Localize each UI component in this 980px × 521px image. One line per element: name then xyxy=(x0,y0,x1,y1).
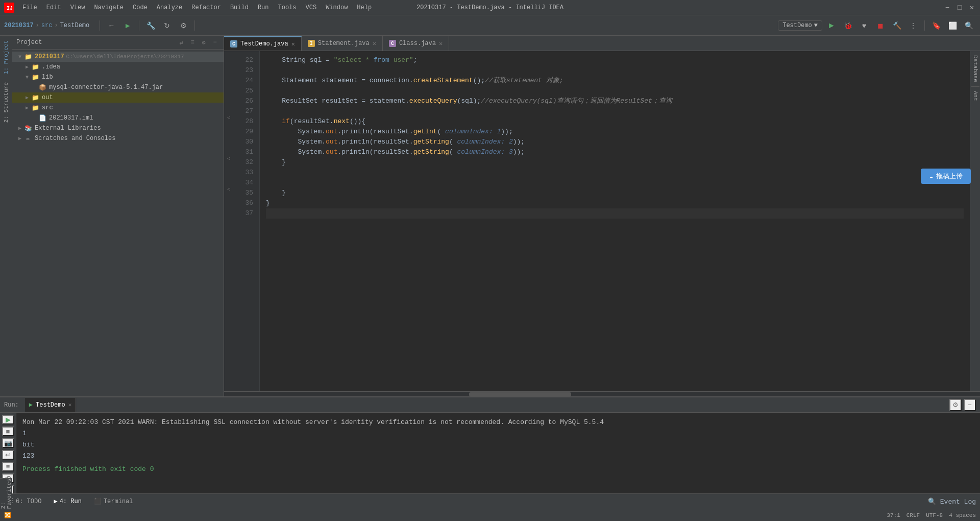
tab-testdemo[interactable]: C TestDemo.java ✕ xyxy=(224,36,302,51)
sidebar-item-favorites[interactable]: 2: Favorites xyxy=(0,479,12,509)
breadcrumb-project[interactable]: 20210317 xyxy=(4,22,34,29)
settings-button[interactable]: ⚙ xyxy=(176,18,190,33)
menu-item-code[interactable]: Code xyxy=(129,3,152,12)
tree-item-idea[interactable]: ▶ 📁 .idea xyxy=(12,62,224,72)
sidebar-item-structure[interactable]: 2: Structure xyxy=(2,78,10,127)
menu-item-help[interactable]: Help xyxy=(353,3,376,12)
encoding[interactable]: UTF-8 xyxy=(926,512,943,518)
coverage-button[interactable]: ♥ xyxy=(857,18,871,33)
run-screenshot-button[interactable]: 📷 xyxy=(2,438,14,448)
tab-close-testdemo[interactable]: ✕ xyxy=(291,40,295,48)
event-log-btn[interactable]: 🔍 Event Log xyxy=(928,498,976,506)
expand-button[interactable]: ⬜ xyxy=(945,18,960,33)
fold-icon[interactable]: ◁ xyxy=(227,114,230,121)
fold-icon[interactable]: ◁ xyxy=(227,155,230,161)
close-button[interactable]: ✕ xyxy=(968,4,976,12)
menu-item-tools[interactable]: Tools xyxy=(274,3,301,12)
tree-item-lib[interactable]: ▼ 📁 lib xyxy=(12,72,224,82)
run-button[interactable]: ► xyxy=(824,18,839,33)
search-everywhere-button[interactable]: 🔍 xyxy=(962,18,976,33)
menu-item-vcs[interactable]: VCS xyxy=(302,3,321,12)
build-project-button[interactable]: 🔨 xyxy=(890,18,904,33)
tree-item-iml[interactable]: ▶ 📄 20210317.iml xyxy=(12,113,224,123)
run-label: Run: xyxy=(4,401,19,409)
breadcrumb-file[interactable]: TestDemo xyxy=(60,22,90,29)
cursor-position[interactable]: 37:1 xyxy=(887,512,900,518)
tree-item-scratches[interactable]: ▶ ✏️ Scratches and Consoles xyxy=(12,133,224,144)
project-minimize-button[interactable]: − xyxy=(210,38,219,47)
menu-item-navigate[interactable]: Navigate xyxy=(90,3,128,12)
tree-item-jar[interactable]: ▶ 📦 mysql-connector-java-5.1.47.jar xyxy=(12,82,224,92)
line-number: 29 xyxy=(233,127,259,137)
back-button[interactable]: ← xyxy=(104,18,118,33)
menu-item-file[interactable]: File xyxy=(18,3,41,12)
menu-item-view[interactable]: View xyxy=(66,3,89,12)
tab-close-class[interactable]: ✕ xyxy=(439,40,443,48)
horizontal-scrollbar[interactable] xyxy=(224,391,980,396)
output-line-bit: bit xyxy=(22,439,974,451)
tree-item-project-root[interactable]: ▼ 📁 20210317 C:\Users\dell\IdeaProjects\… xyxy=(12,52,224,62)
indent-info[interactable]: 4 spaces xyxy=(949,512,976,518)
tab-class[interactable]: C Class.java ✕ xyxy=(383,36,449,51)
terminal-tab[interactable]: ⬛ Terminal xyxy=(90,496,137,506)
menu-item-build[interactable]: Build xyxy=(226,3,253,12)
forward-button[interactable]: ► xyxy=(120,18,135,33)
tab-close-statement[interactable]: ✕ xyxy=(373,40,376,48)
terminal-icon: ⬛ xyxy=(94,498,102,505)
minimize-button[interactable]: − xyxy=(943,4,951,12)
run-tab-label: TestDemo xyxy=(36,401,65,409)
tree-item-out[interactable]: ▶ 📁 out xyxy=(12,92,224,103)
tab-label-class: Class.java xyxy=(399,40,436,47)
fold-icon[interactable]: ◁ xyxy=(227,186,230,192)
line-ending[interactable]: CRLF xyxy=(906,512,920,518)
stop-button[interactable]: ◼ xyxy=(873,18,888,33)
run-stop-button[interactable]: ■ xyxy=(2,427,14,436)
code-editor: ◁ ◁ ◁ 22 23 24 25 26 27 28 29 xyxy=(224,51,980,391)
menu-item-window[interactable]: Window xyxy=(322,3,352,12)
menu-item-edit[interactable]: Edit xyxy=(42,3,65,12)
project-compact-button[interactable]: ≡ xyxy=(188,38,197,47)
run-minimize-button[interactable]: − xyxy=(964,399,976,411)
breadcrumb-src[interactable]: src xyxy=(41,22,53,29)
code-content[interactable]: String sql = "select * from user"; State… xyxy=(260,51,970,391)
sidebar-item-ant[interactable]: Ant xyxy=(971,87,979,105)
upload-float-button[interactable]: ☁ 拖稿上传 xyxy=(921,169,971,184)
sidebar-item-project[interactable]: 1: Project xyxy=(2,36,10,78)
line-number: 34 xyxy=(233,178,259,188)
run-settings-button[interactable]: ⚙ xyxy=(949,399,962,411)
project-panel: Project ⇄ ≡ ⚙ − ▼ 📁 20210317 C:\Users\de… xyxy=(12,36,224,396)
run-rerun-button[interactable]: ↩ xyxy=(2,450,14,460)
build-button[interactable]: 🔧 xyxy=(143,18,158,33)
menu-item-refactor[interactable]: Refactor xyxy=(187,3,225,12)
output-line-123: 123 xyxy=(22,451,974,462)
run-tab-bottom[interactable]: ▶ 4: Run xyxy=(50,496,85,506)
tree-item-external[interactable]: ▶ 📚 External Libraries xyxy=(12,123,224,133)
jar-icon: 📦 xyxy=(38,83,47,91)
maximize-button[interactable]: □ xyxy=(955,4,964,12)
project-settings-button[interactable]: ⚙ xyxy=(199,38,208,47)
run-config-selector[interactable]: TestDemo ▼ xyxy=(778,20,822,31)
run-panel-controls: ⚙ − xyxy=(949,399,976,411)
window-controls[interactable]: − □ ✕ xyxy=(943,4,976,12)
run-panel-tabs: Run: ▶ TestDemo ✕ ⚙ − xyxy=(0,397,980,413)
run-play-button[interactable]: ▶ xyxy=(2,415,14,424)
svg-text:IJ: IJ xyxy=(7,6,13,11)
run-filter-button[interactable]: ≡ xyxy=(2,462,14,471)
menu-item-analyze[interactable]: Analyze xyxy=(153,3,186,12)
line-number: 23 xyxy=(233,65,259,76)
debug-button[interactable]: 🐞 xyxy=(841,18,855,33)
run-icon: ▶ xyxy=(54,498,57,505)
sidebar-item-database[interactable]: Database xyxy=(971,51,979,87)
run-tab-testdemo[interactable]: ▶ TestDemo ✕ xyxy=(25,398,76,412)
scrollbar-thumb[interactable] xyxy=(469,392,571,396)
menu-item-run[interactable]: Run xyxy=(254,3,273,12)
tree-item-src[interactable]: ▶ 📁 src xyxy=(12,103,224,113)
tab-statement[interactable]: I Statement.java ✕ xyxy=(302,36,383,51)
more-tools-button[interactable]: ⋮ xyxy=(906,18,920,33)
project-sync-button[interactable]: ⇄ xyxy=(177,38,186,47)
code-line-37 xyxy=(266,208,964,219)
run-tab-close[interactable]: ✕ xyxy=(68,401,72,408)
line-number: 33 xyxy=(233,168,259,178)
refresh-button[interactable]: ↻ xyxy=(160,18,174,33)
bookmark-button[interactable]: 🔖 xyxy=(929,18,943,33)
